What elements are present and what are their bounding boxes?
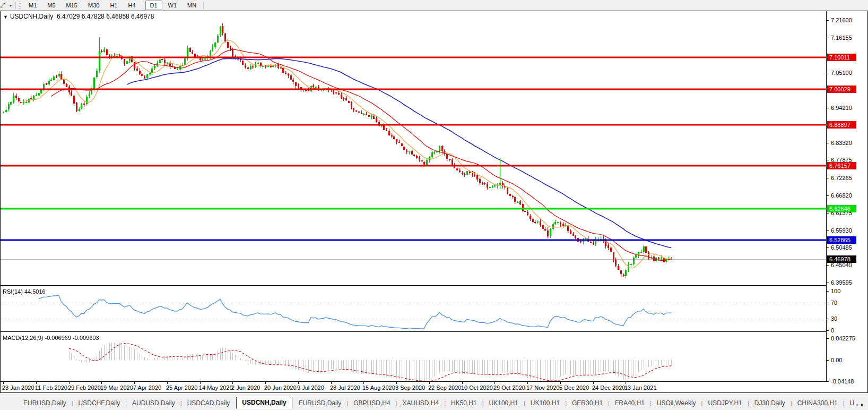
axis-tick-label: 6.72265 [831, 175, 852, 181]
cursor-tool-icon[interactable]: ⤢ [0, 1, 7, 10]
axis-tick-label: 6.50485 [831, 244, 852, 251]
axis-tick-label: 7.16155 [831, 35, 852, 41]
date-tick-mark [429, 382, 430, 384]
hline-price-badge[interactable]: 6.76157 [827, 162, 856, 169]
date-label: 29 Feb 2020 [68, 385, 101, 391]
axis-tick-mark [827, 160, 829, 160]
macd-chart-canvas[interactable] [1, 334, 826, 381]
date-tick-mark [626, 382, 626, 384]
date-tick-mark [331, 382, 332, 384]
chart-tab-fra40-h1[interactable]: FRA40,H1 [610, 398, 650, 409]
timeframe-button-w1[interactable]: W1 [163, 1, 182, 10]
chart-tab-ger30-h1[interactable]: GER30,H1 [567, 398, 608, 409]
rsi-panel: RSI(14) 44.5016 [1, 287, 826, 331]
chart-tab-usdcnh-daily[interactable]: USDCNH,Daily [236, 397, 292, 409]
date-label: 13 Jan 2021 [624, 385, 657, 391]
date-label: 11 Feb 2020 [35, 385, 67, 391]
axis-tick-mark [827, 195, 829, 196]
date-tick-mark [363, 382, 364, 384]
axis-tick-mark [827, 230, 829, 231]
chart-title: ▼USDCNH,Daily 6.47029 6.47828 6.46858 6.… [3, 13, 154, 20]
chart-tab-uk100-h1[interactable]: UK100,H1 [525, 398, 565, 409]
tab-scroll-controls: ◂ ▸ [854, 402, 868, 409]
chart-tab-china300-h1[interactable]: CHINA300,H1 [792, 398, 843, 409]
date-label: 7 Apr 2020 [133, 385, 161, 391]
axis-tick-mark [827, 330, 829, 331]
date-label: 10 Oct 2020 [461, 385, 493, 391]
chart-tab-gbpusd-h4[interactable]: GBPUSD,H4 [348, 398, 395, 409]
chart-ohlc-values: 6.47029 6.47828 6.46858 6.46978 [57, 13, 154, 20]
date-label: 23 Jan 2020 [2, 385, 34, 391]
timeframe-button-h1[interactable]: H1 [105, 1, 122, 10]
timeframe-button-m15[interactable]: M15 [62, 1, 82, 10]
axis-tick-label: 6.94210 [831, 105, 852, 111]
date-label: 19 Mar 2020 [100, 385, 133, 391]
tab-scroll-left-icon[interactable]: ◂ [855, 402, 858, 407]
collapse-triangle-icon[interactable]: ▼ [3, 14, 8, 20]
date-label: 24 Dec 2020 [592, 385, 625, 391]
hline-price-badge[interactable]: 7.00029 [827, 86, 856, 93]
chart-tab-usdcad-daily[interactable]: USDCAD,Daily [182, 398, 236, 409]
chart-tab-hk50-h1[interactable]: HK50,H1 [446, 398, 482, 409]
price-chart-canvas[interactable] [1, 11, 826, 285]
axis-tick-label: 0 [831, 327, 834, 334]
chart-tab-xauusd-h4[interactable]: XAUUSD,H4 [397, 398, 444, 409]
current-price-badge[interactable]: 6.46978 [827, 255, 856, 263]
timeframe-button-h4[interactable]: H4 [123, 1, 140, 10]
axis-tick-mark [827, 20, 829, 21]
chart-tab-usdchf-daily[interactable]: USDCHF,Daily [73, 398, 126, 409]
chart-tab-uk100-h1[interactable]: UK100,H1 [484, 398, 524, 409]
chart-tab-eurusd-daily[interactable]: EURUSD,Daily [18, 398, 72, 409]
axis-tick-mark [827, 319, 829, 319]
chart-window: ▼USDCNH,Daily 6.47029 6.47828 6.46858 6.… [0, 11, 868, 393]
axis-tick-label: 100 [831, 288, 840, 294]
date-tick-mark [167, 382, 168, 384]
axis-tick-mark [827, 381, 829, 382]
timeframe-button-m5[interactable]: M5 [42, 1, 60, 10]
date-axis[interactable]: 23 Jan 202011 Feb 202029 Feb 202019 Mar … [1, 382, 867, 392]
axis-tick-label: 0.00 [831, 357, 842, 363]
date-label: 3 Sep 2020 [395, 385, 425, 391]
date-tick-mark [494, 382, 495, 384]
axis-tick-mark [827, 265, 829, 266]
toolbar-grip[interactable] [19, 2, 21, 9]
hline-price-badge[interactable]: 6.62646 [827, 205, 856, 212]
axis-tick-mark [827, 338, 829, 339]
axis-tick-mark [827, 247, 829, 248]
timeframe-button-mn[interactable]: MN [183, 1, 201, 10]
hline-price-badge[interactable]: 6.52865 [827, 236, 856, 244]
rsi-chart-canvas[interactable] [1, 287, 826, 331]
chart-tab-eurusd-daily[interactable]: EURUSD,Daily [293, 398, 347, 409]
timeframe-button-d1[interactable]: D1 [145, 1, 162, 10]
date-tick-mark [134, 382, 135, 384]
tab-scroll-right-icon[interactable]: ▸ [861, 402, 864, 407]
hline-price-badge[interactable]: 6.88897 [827, 121, 856, 129]
axis-tick-mark [827, 108, 829, 108]
chart-tab-dj30-daily[interactable]: DJ30,Daily [749, 398, 791, 409]
date-tick-mark [69, 382, 70, 384]
date-label: 15 Aug 2020 [362, 385, 395, 391]
price-axis[interactable]: 7.216007.161557.051006.942106.833206.778… [827, 11, 867, 382]
timeframe-button-m1[interactable]: M1 [24, 1, 41, 10]
date-tick-mark [101, 382, 102, 384]
chart-tab-usdjpy-h1[interactable]: USDJPY,H1 [702, 398, 747, 409]
macd-panel: MACD(12,26,9) -0.006969 -0.009603 [1, 334, 826, 381]
axis-tick-mark [827, 73, 829, 73]
axis-tick-mark [827, 303, 829, 303]
axis-tick-mark [827, 38, 829, 38]
date-tick-mark [396, 382, 397, 384]
timeframe-group: M1M5M15M30H1H4 [23, 1, 141, 10]
chevron-down-icon[interactable]: ▾ [7, 3, 14, 8]
axis-tick-label: 70 [831, 300, 837, 306]
hline-price-badge[interactable]: 7.10011 [827, 54, 856, 61]
date-label: 9 Jul 2020 [297, 385, 324, 391]
chart-tab-audusd-daily[interactable]: AUDUSD,Daily [127, 398, 180, 409]
chart-tab-usoil-weekly[interactable]: USOil,Weekly [652, 398, 701, 409]
axis-tick-label: -0.04148 [831, 378, 854, 385]
toolbar-separator [203, 2, 204, 9]
chart-tab-usoil[interactable]: USOil, [845, 398, 854, 409]
date-label: 29 Oct 2020 [493, 385, 525, 391]
axis-tick-label: 6.55930 [831, 227, 852, 234]
timeframe-button-m30[interactable]: M30 [83, 1, 104, 10]
axis-tick-mark [827, 360, 829, 361]
